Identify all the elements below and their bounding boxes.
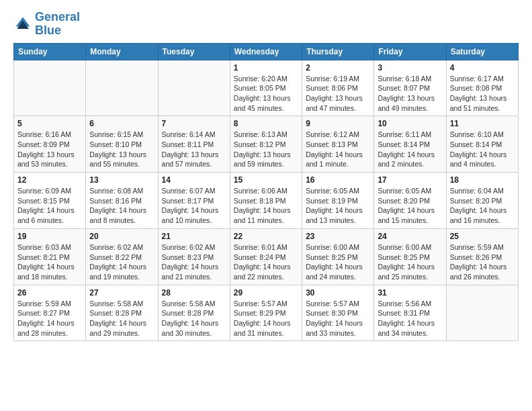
day-number: 23 [306,232,370,241]
day-number: 5 [17,119,82,128]
calendar-cell: 15Sunrise: 6:06 AMSunset: 8:18 PMDayligh… [230,173,302,229]
logo-icon [13,15,32,34]
day-info: Sunrise: 5:58 AMSunset: 8:28 PMDaylight:… [162,299,226,338]
header: General Blue [13,11,519,38]
day-number: 10 [378,119,442,128]
day-number: 3 [378,63,442,73]
day-number: 1 [234,63,298,73]
day-info: Sunrise: 6:14 AMSunset: 8:11 PMDaylight:… [162,130,226,169]
calendar-week-3: 12Sunrise: 6:09 AMSunset: 8:15 PMDayligh… [14,173,519,229]
calendar-cell: 25Sunrise: 5:59 AMSunset: 8:26 PMDayligh… [446,228,518,285]
day-info: Sunrise: 6:04 AMSunset: 8:20 PMDaylight:… [450,186,515,226]
day-number: 31 [378,288,442,298]
day-number: 18 [450,175,515,185]
day-number: 26 [17,288,82,298]
calendar-week-1: 1Sunrise: 6:20 AMSunset: 8:05 PMDaylight… [14,60,519,116]
calendar-cell: 6Sunrise: 6:15 AMSunset: 8:10 PMDaylight… [86,116,158,173]
day-number: 16 [306,175,370,185]
calendar-cell: 8Sunrise: 6:13 AMSunset: 8:12 PMDaylight… [230,116,302,173]
day-info: Sunrise: 5:58 AMSunset: 8:28 PMDaylight:… [89,299,154,338]
weekday-header-tuesday: Tuesday [158,43,230,60]
calendar-cell: 18Sunrise: 6:04 AMSunset: 8:20 PMDayligh… [446,173,518,229]
day-info: Sunrise: 5:56 AMSunset: 8:31 PMDaylight:… [378,299,442,338]
weekday-header-wednesday: Wednesday [230,43,302,60]
calendar-cell: 13Sunrise: 6:08 AMSunset: 8:16 PMDayligh… [86,173,158,229]
calendar-cell: 12Sunrise: 6:09 AMSunset: 8:15 PMDayligh… [14,173,86,229]
page-container: General Blue SundayMondayTuesdayWednesda… [13,11,519,341]
day-info: Sunrise: 6:15 AMSunset: 8:10 PMDaylight:… [89,130,154,169]
calendar-cell [158,60,230,116]
logo-text: General Blue [35,11,80,38]
day-info: Sunrise: 6:17 AMSunset: 8:08 PMDaylight:… [450,74,515,113]
calendar-cell: 29Sunrise: 5:57 AMSunset: 8:29 PMDayligh… [230,285,302,341]
calendar-cell: 7Sunrise: 6:14 AMSunset: 8:11 PMDaylight… [158,116,230,173]
day-info: Sunrise: 5:57 AMSunset: 8:29 PMDaylight:… [234,299,298,338]
day-number: 11 [450,119,515,128]
weekday-header-friday: Friday [374,43,446,60]
calendar-cell: 26Sunrise: 5:59 AMSunset: 8:27 PMDayligh… [14,285,86,341]
day-number: 27 [89,288,154,298]
day-info: Sunrise: 6:10 AMSunset: 8:14 PMDaylight:… [450,130,515,169]
day-number: 9 [306,119,370,128]
day-info: Sunrise: 6:02 AMSunset: 8:23 PMDaylight:… [162,242,226,282]
logo: General Blue [13,11,80,38]
day-info: Sunrise: 5:59 AMSunset: 8:27 PMDaylight:… [17,299,82,338]
day-info: Sunrise: 6:05 AMSunset: 8:19 PMDaylight:… [306,186,370,226]
day-number: 6 [89,119,154,128]
day-number: 20 [89,232,154,241]
day-info: Sunrise: 6:09 AMSunset: 8:15 PMDaylight:… [17,186,82,226]
day-number: 30 [306,288,370,298]
calendar-cell: 4Sunrise: 6:17 AMSunset: 8:08 PMDaylight… [446,60,518,116]
day-info: Sunrise: 6:13 AMSunset: 8:12 PMDaylight:… [234,130,298,169]
day-info: Sunrise: 6:12 AMSunset: 8:13 PMDaylight:… [306,130,370,169]
calendar-cell: 22Sunrise: 6:01 AMSunset: 8:24 PMDayligh… [230,228,302,285]
calendar-week-2: 5Sunrise: 6:16 AMSunset: 8:09 PMDaylight… [14,116,519,173]
calendar-header: SundayMondayTuesdayWednesdayThursdayFrid… [14,43,519,60]
day-info: Sunrise: 6:05 AMSunset: 8:20 PMDaylight:… [378,186,442,226]
day-number: 21 [162,232,226,241]
day-info: Sunrise: 6:19 AMSunset: 8:06 PMDaylight:… [306,74,370,113]
weekday-header-monday: Monday [86,43,158,60]
weekday-header-thursday: Thursday [302,43,374,60]
day-info: Sunrise: 6:07 AMSunset: 8:17 PMDaylight:… [162,186,226,226]
day-info: Sunrise: 6:00 AMSunset: 8:25 PMDaylight:… [306,242,370,282]
calendar-cell: 10Sunrise: 6:11 AMSunset: 8:14 PMDayligh… [374,116,446,173]
day-info: Sunrise: 6:01 AMSunset: 8:24 PMDaylight:… [234,242,298,282]
day-number: 12 [17,175,82,185]
calendar-cell: 1Sunrise: 6:20 AMSunset: 8:05 PMDaylight… [230,60,302,116]
calendar-cell [14,60,86,116]
calendar-week-4: 19Sunrise: 6:03 AMSunset: 8:21 PMDayligh… [14,228,519,285]
weekday-header-saturday: Saturday [446,43,518,60]
calendar-cell: 28Sunrise: 5:58 AMSunset: 8:28 PMDayligh… [158,285,230,341]
calendar-cell: 20Sunrise: 6:02 AMSunset: 8:22 PMDayligh… [86,228,158,285]
day-info: Sunrise: 5:59 AMSunset: 8:26 PMDaylight:… [450,242,515,282]
day-number: 22 [234,232,298,241]
day-number: 14 [162,175,226,185]
calendar-cell: 27Sunrise: 5:58 AMSunset: 8:28 PMDayligh… [86,285,158,341]
day-number: 29 [234,288,298,298]
day-number: 25 [450,232,515,241]
day-number: 8 [234,119,298,128]
calendar-cell: 16Sunrise: 6:05 AMSunset: 8:19 PMDayligh… [302,173,374,229]
day-info: Sunrise: 6:11 AMSunset: 8:14 PMDaylight:… [378,130,442,169]
calendar-cell: 17Sunrise: 6:05 AMSunset: 8:20 PMDayligh… [374,173,446,229]
calendar-cell: 9Sunrise: 6:12 AMSunset: 8:13 PMDaylight… [302,116,374,173]
day-info: Sunrise: 6:08 AMSunset: 8:16 PMDaylight:… [89,186,154,226]
calendar-cell: 23Sunrise: 6:00 AMSunset: 8:25 PMDayligh… [302,228,374,285]
day-number: 17 [378,175,442,185]
calendar-table: SundayMondayTuesdayWednesdayThursdayFrid… [13,43,519,342]
day-number: 19 [17,232,82,241]
calendar-cell: 14Sunrise: 6:07 AMSunset: 8:17 PMDayligh… [158,173,230,229]
day-info: Sunrise: 6:03 AMSunset: 8:21 PMDaylight:… [17,242,82,282]
weekday-row: SundayMondayTuesdayWednesdayThursdayFrid… [14,43,519,60]
calendar-cell: 19Sunrise: 6:03 AMSunset: 8:21 PMDayligh… [14,228,86,285]
calendar-cell: 30Sunrise: 5:57 AMSunset: 8:30 PMDayligh… [302,285,374,341]
day-info: Sunrise: 6:00 AMSunset: 8:25 PMDaylight:… [378,242,442,282]
calendar-cell: 2Sunrise: 6:19 AMSunset: 8:06 PMDaylight… [302,60,374,116]
calendar-body: 1Sunrise: 6:20 AMSunset: 8:05 PMDaylight… [14,60,519,341]
day-number: 13 [89,175,154,185]
day-info: Sunrise: 6:16 AMSunset: 8:09 PMDaylight:… [17,130,82,169]
day-number: 2 [306,63,370,73]
day-number: 4 [450,63,515,73]
calendar-cell: 11Sunrise: 6:10 AMSunset: 8:14 PMDayligh… [446,116,518,173]
